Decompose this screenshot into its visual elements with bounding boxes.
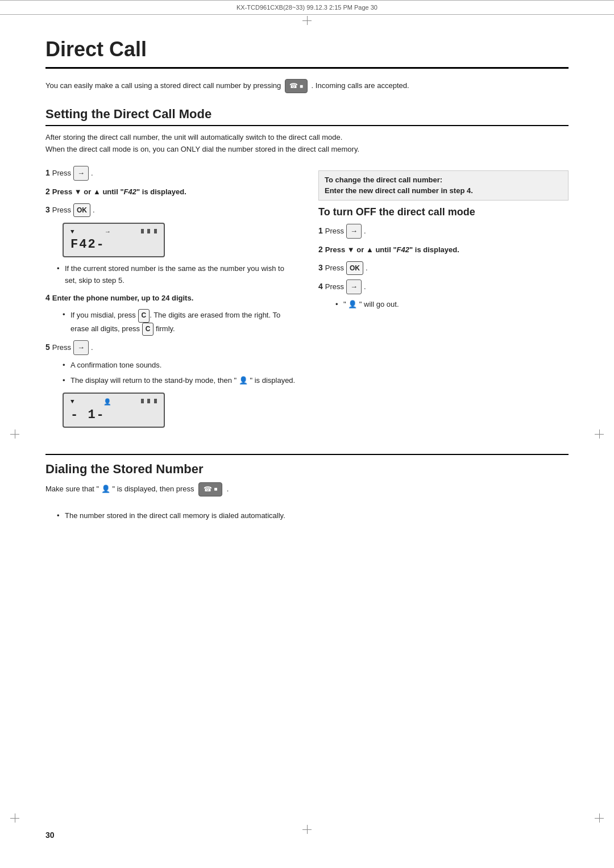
col-left: 1 Press → . 2 Press ▼ or ▲ until "F42" i…: [45, 166, 296, 433]
top-crosshair-center: [302, 16, 312, 25]
lcd2-person: 👤: [103, 398, 111, 406]
dialing-title: Dialing the Stored Number: [45, 462, 569, 477]
step2-text: Press ▼ or ▲ until "F42" is displayed.: [52, 186, 186, 198]
lcd-top-row-2: ▼ 👤: [70, 398, 157, 406]
bullet-will-go-out: " 👤 " will go out.: [335, 299, 569, 311]
bullet-display: The display will return to the stand-by …: [63, 375, 296, 387]
off-step1-press: Press: [325, 225, 344, 237]
off-step1-btn: →: [346, 224, 362, 239]
btn-c-1: C: [138, 309, 150, 322]
off-step-3: 3 Press OK .: [318, 261, 569, 275]
person-icon-2: 👤: [348, 300, 357, 308]
btn-c-2: C: [142, 323, 154, 336]
reg-mark-right: [595, 429, 604, 439]
section1-title: Setting the Direct Call Mode: [45, 107, 569, 126]
change-note: To change the direct call number: Enter …: [318, 170, 569, 201]
step1-press: Press: [52, 167, 71, 180]
bullet-misdial: If you misdial, press C. The digits are …: [63, 309, 296, 335]
bullet-skip-step: If the current stored number is the same…: [57, 263, 296, 287]
section-dialing: Dialing the Stored Number Make sure that…: [45, 454, 569, 522]
phone-call-icon: ☎ ■: [285, 79, 308, 93]
intro-suffix: . Incoming calls are accepted.: [312, 81, 409, 90]
bullet-tone: A confirmation tone sounds.: [63, 360, 296, 372]
phone-call-icon-2: ☎ ■: [198, 482, 222, 496]
step4-text: Enter the phone number, up to 24 digits.: [52, 292, 193, 304]
lcd2-battery: [141, 398, 157, 405]
off-step4-press: Press: [325, 281, 344, 293]
reg-mark-left: [10, 429, 19, 439]
intro-text: You can easily make a call using a store…: [45, 79, 569, 93]
lcd-arrow: →: [106, 228, 110, 235]
step-2: 2 Press ▼ or ▲ until "F42" is displayed.: [45, 185, 296, 199]
two-col-layout: 1 Press → . 2 Press ▼ or ▲ until "F42" i…: [45, 166, 569, 433]
step1-btn: →: [73, 166, 89, 181]
section1-desc2: When the direct call mode is on, you can…: [45, 144, 569, 156]
off-step-4: 4 Press → .: [318, 279, 569, 294]
lcd-antenna: ▼: [70, 228, 74, 235]
step4-num: 4: [45, 291, 50, 305]
page-container: KX-TCD961CXB(28~33) 99.12.3 2:15 PM Page…: [0, 0, 614, 868]
step3-btn-ok: OK: [73, 203, 90, 217]
off-step3-press: Press: [325, 262, 344, 274]
step3-num: 3: [45, 203, 50, 217]
bottom-reg-mark-left: [10, 813, 19, 823]
lcd2-antenna: ▼: [70, 398, 74, 405]
section1-desc1: After storing the direct call number, th…: [45, 132, 569, 144]
intro-main: You can easily make a call using a store…: [45, 81, 281, 90]
step1-period: .: [91, 167, 93, 180]
page-title: Direct Call: [45, 37, 569, 69]
dialing-intro: Make sure that " 👤 " is displayed, then …: [45, 482, 569, 496]
off-step1-num: 1: [318, 224, 323, 238]
person-icon-3: 👤: [101, 485, 110, 493]
off-step-2: 2 Press ▼ or ▲ until "F42" is displayed.: [318, 243, 569, 257]
header-text: KX-TCD961CXB(28~33) 99.12.3 2:15 PM Page…: [237, 4, 377, 11]
lcd-battery: [141, 228, 157, 235]
step5-num: 5: [45, 341, 50, 354]
section1-desc: After storing the direct call number, th…: [45, 132, 569, 156]
off-step4-num: 4: [318, 280, 323, 294]
lcd-main-text-1: F42-: [70, 237, 157, 252]
step-5: 5 Press → .: [45, 340, 296, 355]
bottom-reg-mark-right: [595, 813, 604, 823]
page-number: 30: [45, 831, 55, 840]
off-step3-num: 3: [318, 261, 323, 275]
turn-off-title: To turn OFF the direct call mode: [318, 206, 569, 218]
off-step2-num: 2: [318, 243, 323, 257]
off-step-1: 1 Press → .: [318, 224, 569, 239]
top-header: KX-TCD961CXB(28~33) 99.12.3 2:15 PM Page…: [0, 0, 614, 15]
off-step3-ok: OK: [346, 261, 363, 275]
dialing-bullet: The number stored in the direct call mem…: [57, 510, 569, 522]
bottom-reg-mark-center: [302, 825, 312, 834]
off-step2-text: Press ▼ or ▲ until "F42" is displayed.: [325, 244, 459, 256]
content-area: Direct Call You can easily make a call u…: [0, 15, 614, 560]
lcd-display-2: ▼ 👤 - 1-: [63, 393, 165, 428]
change-desc: Enter the new direct call number in step…: [325, 185, 562, 197]
step-3: 3 Press OK .: [45, 203, 296, 217]
lcd-display-1: ▼ → F42-: [63, 223, 165, 257]
lcd-main-text-2: - 1-: [70, 408, 157, 422]
change-title: To change the direct call number:: [325, 174, 562, 186]
person-icon-1: 👤: [239, 376, 248, 385]
step2-num: 2: [45, 185, 50, 199]
off-step4-btn: →: [346, 279, 362, 294]
step5-press: Press: [52, 341, 71, 354]
col-right: To change the direct call number: Enter …: [318, 166, 569, 314]
step3-press: Press: [52, 204, 71, 216]
dialing-intro1: Make sure that " 👤 " is displayed, then …: [45, 485, 194, 493]
lcd-top-row-1: ▼ →: [70, 228, 157, 235]
step-4: 4 Enter the phone number, up to 24 digit…: [45, 291, 296, 305]
step5-btn: →: [73, 340, 89, 355]
step1-num: 1: [45, 166, 50, 180]
step-1: 1 Press → .: [45, 166, 296, 181]
